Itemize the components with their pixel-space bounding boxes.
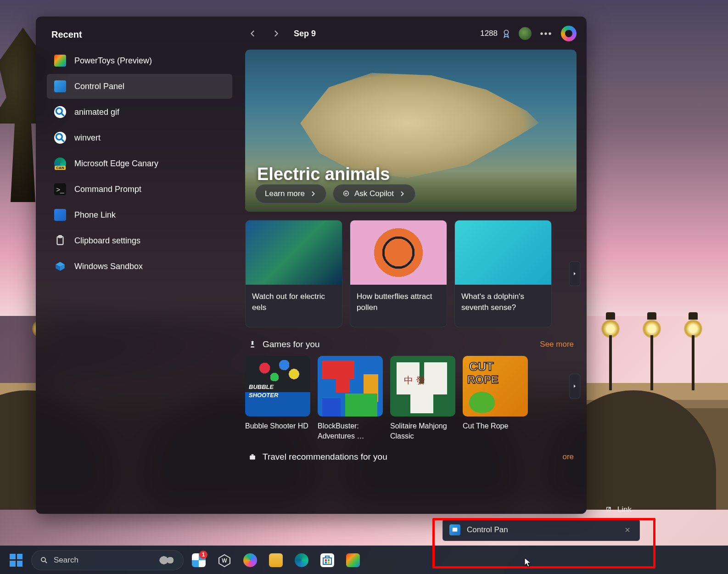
feed-date: Sep 9 [294, 29, 316, 39]
taskbar-explorer-button[interactable] [265, 550, 286, 571]
games-scroll-right-button[interactable] [569, 374, 580, 399]
game-tile[interactable]: Solitaire Mahjong Classic [390, 356, 455, 441]
copilot-icon [243, 553, 257, 567]
nav-forward-button[interactable] [268, 26, 284, 41]
ask-copilot-button[interactable]: Ask Copilot [333, 184, 415, 203]
game-tile[interactable]: Cut The Rope [463, 356, 528, 441]
chat-icon [342, 190, 350, 197]
taskbar-preview-flyout: Link Control Pan [442, 502, 640, 541]
phone-link-icon [54, 209, 66, 221]
account-avatar[interactable] [519, 27, 532, 40]
game-name: Bubble Shooter HD [245, 421, 310, 431]
recent-item-edge-canary[interactable]: CAN Microsoft Edge Canary [47, 151, 232, 176]
section-title: Games for you [263, 339, 320, 349]
game-tile[interactable]: Bubble Shooter HD [245, 356, 310, 441]
games-section: Games for you See more Bubble Shooter HD… [245, 339, 577, 441]
svg-rect-30 [328, 559, 330, 561]
store-icon [320, 553, 334, 567]
start-button[interactable] [6, 550, 27, 571]
hero-card[interactable]: Electric animals Learn more Ask Copilot [245, 50, 577, 212]
recent-item-winvert[interactable]: winvert [47, 125, 232, 150]
search-placeholder: Search [54, 556, 151, 565]
external-link-icon [605, 506, 613, 513]
article-card[interactable]: What's a dolphin's seventh sense? [454, 220, 552, 327]
taskbar-store-button[interactable] [317, 550, 338, 571]
chevron-right-icon [398, 190, 406, 197]
recent-item-animated-gif[interactable]: animated gif [47, 100, 232, 124]
game-tile[interactable]: BlockBuster: Adventures … [318, 356, 383, 441]
game-name: Solitaire Mahjong Classic [390, 421, 455, 441]
suitcase-icon [248, 452, 257, 461]
svg-rect-15 [250, 456, 255, 460]
recent-item-command-prompt[interactable]: >_ Command Prompt [47, 177, 232, 202]
more-options-button[interactable]: ••• [539, 26, 554, 41]
svg-line-18 [608, 507, 610, 510]
flyout-link-label[interactable]: Link [617, 505, 632, 514]
rewards-points[interactable]: 1288 [480, 28, 511, 39]
card-title: Watch out for electric eels [246, 285, 342, 320]
taskbar-widgets-button[interactable]: 1 [188, 550, 209, 571]
svg-point-0 [56, 108, 62, 114]
control-panel-icon [449, 524, 460, 535]
svg-marker-13 [574, 272, 576, 276]
hex-app-icon: W [218, 553, 231, 567]
taskbar-preview-item[interactable]: Control Pan [442, 519, 640, 541]
widgets-badge: 1 [199, 551, 207, 559]
taskbar-app-button[interactable]: W [214, 550, 235, 571]
game-thumbnail [318, 356, 383, 416]
article-card[interactable]: Watch out for electric eels [245, 220, 342, 327]
recent-item-clipboard-settings[interactable]: Clipboard settings [47, 228, 232, 253]
search-mascot-icon [157, 555, 175, 566]
section-title: Travel recommendations for you [263, 452, 387, 462]
taskbar-edge-button[interactable] [291, 550, 312, 571]
recent-item-windows-sandbox[interactable]: Windows Sandbox [47, 254, 232, 279]
feed-column: Sep 9 1288 ••• Electric animals Learn mo… [239, 17, 587, 514]
rewards-icon [501, 28, 511, 39]
card-thumbnail [455, 220, 551, 285]
recent-item-powertoys[interactable]: PowerToys (Preview) [47, 48, 232, 73]
taskbar-powertoys-button[interactable] [342, 550, 364, 571]
learn-more-button[interactable]: Learn more [255, 184, 326, 203]
see-more-link[interactable]: See more [540, 340, 574, 349]
game-thumbnail [463, 356, 528, 416]
hero-title: Electric animals [257, 164, 390, 184]
card-title: How butterflies attract pollen [350, 285, 447, 320]
recent-item-phone-link[interactable]: Phone Link [47, 203, 232, 227]
svg-rect-16 [252, 454, 254, 456]
recent-item-label: PowerToys (Preview) [74, 56, 152, 66]
recent-item-label: Microsoft Edge Canary [74, 159, 158, 169]
recent-item-control-panel[interactable]: Control Panel [47, 74, 232, 99]
cards-scroll-right-button[interactable] [569, 261, 580, 286]
flyout-link-row: Link [442, 502, 640, 519]
game-name: Cut The Rope [463, 421, 528, 431]
game-thumbnail [245, 356, 310, 416]
chess-icon [248, 340, 257, 349]
svg-text:W: W [222, 557, 227, 564]
svg-point-23 [41, 557, 45, 562]
nav-back-button[interactable] [245, 26, 261, 41]
taskbar: Search 1 W [0, 546, 728, 574]
taskbar-search[interactable]: Search [31, 550, 184, 570]
ask-copilot-label: Ask Copilot [354, 189, 394, 198]
svg-rect-29 [325, 559, 327, 561]
svg-rect-27 [323, 558, 331, 564]
windows-logo-icon [10, 554, 22, 567]
svg-line-1 [62, 113, 64, 116]
copilot-button[interactable] [561, 26, 577, 41]
powertoys-icon [346, 553, 360, 567]
clipboard-icon [54, 235, 66, 247]
svg-point-9 [504, 30, 508, 34]
taskbar-copilot-button[interactable] [240, 550, 261, 571]
article-card[interactable]: How butterflies attract pollen [350, 220, 447, 327]
edge-canary-icon: CAN [54, 158, 66, 169]
edge-icon [295, 553, 308, 567]
svg-rect-19 [453, 528, 458, 531]
recent-item-label: Clipboard settings [74, 236, 140, 246]
see-more-link[interactable]: ore [562, 452, 574, 461]
recent-column: Recent PowerToys (Preview) Control Panel… [36, 17, 239, 514]
control-panel-icon [54, 80, 66, 92]
recent-item-label: Phone Link [74, 210, 116, 220]
close-preview-button[interactable] [622, 524, 633, 535]
recent-heading: Recent [51, 29, 232, 40]
preview-title: Control Pan [467, 525, 508, 535]
